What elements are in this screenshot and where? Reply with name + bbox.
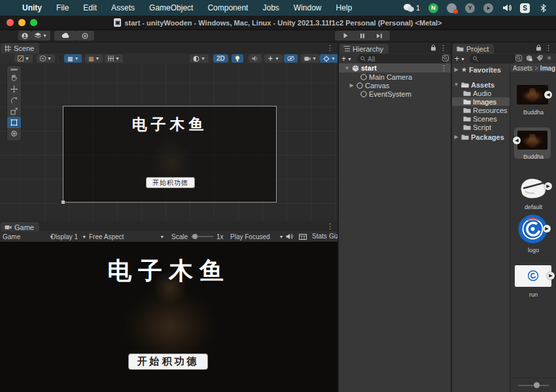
menu-unity[interactable]: Unity <box>22 3 42 12</box>
project-favorites-filter-icon[interactable]: ★ <box>546 54 552 61</box>
folder-audio[interactable]: Audio <box>452 89 510 97</box>
gizmos-dropdown[interactable]: ▼ <box>320 54 339 63</box>
asset-preview-badge[interactable]: ▶ <box>544 182 552 190</box>
hierarchy-create-dropdown[interactable]: +▼ <box>341 54 352 63</box>
ui-canvas-outline[interactable]: 电子木鱼 开始积功德 <box>63 106 277 203</box>
grid-visibility-dropdown[interactable]: ▦▼ <box>85 54 103 63</box>
game-display-popup[interactable]: Game▼ <box>3 231 54 242</box>
breadcrumb-images[interactable]: Imag <box>540 65 555 72</box>
rotate-tool[interactable] <box>7 95 21 106</box>
transform-tool[interactable] <box>7 128 21 139</box>
menu-help[interactable]: Help <box>336 3 353 12</box>
cloud-button[interactable] <box>54 31 77 41</box>
2d-mode-toggle[interactable]: 2D <box>213 54 228 63</box>
asset-label-default[interactable]: default <box>510 204 556 210</box>
project-menu-kebab[interactable]: ⋮ <box>545 44 552 52</box>
hierarchy-scene-row[interactable]: ▼ start ⋮ <box>339 63 451 73</box>
folder-script[interactable]: Script <box>452 123 510 131</box>
game-start-button[interactable]: 开始积功德 <box>128 353 208 370</box>
assets-root-row[interactable]: ▼ Assets <box>452 80 510 89</box>
scene-menu-kebab[interactable]: ⋮ <box>326 44 334 52</box>
scene-row-kebab[interactable]: ⋮ <box>440 64 447 73</box>
asset-thumb-logo[interactable]: ▶ <box>518 214 547 244</box>
menu-edit[interactable]: Edit <box>83 3 97 12</box>
hidden-objects-toggle[interactable] <box>284 54 298 63</box>
hierarchy-item-canvas[interactable]: ▶ Canvas <box>339 81 451 90</box>
thumbnail-size-slider[interactable] <box>534 382 540 388</box>
scale-slider[interactable]: Scale 1x <box>171 231 224 242</box>
game-viewport[interactable]: 电子木鱼 开始积功德 <box>0 242 338 392</box>
account-button[interactable] <box>18 31 31 41</box>
asset-label-logo[interactable]: logo <box>510 247 556 253</box>
menu-file[interactable]: File <box>56 3 69 12</box>
tab-hierarchy[interactable]: Hierarchy <box>339 44 389 54</box>
folder-scenes[interactable]: Scenes <box>452 114 510 123</box>
packages-row[interactable]: ▶ Packages <box>452 133 510 141</box>
game-audio-toggle[interactable] <box>286 233 293 240</box>
pivot-rotation-dropdown[interactable]: ▼ <box>37 54 55 63</box>
folder-images-selected[interactable]: Images <box>452 97 510 106</box>
project-search-input[interactable] <box>470 54 517 63</box>
bluetooth-status-icon[interactable] <box>538 3 548 13</box>
lighting-toggle[interactable] <box>232 54 243 63</box>
volume-status-icon[interactable] <box>502 3 512 13</box>
project-package-filter-icon[interactable] <box>526 55 532 61</box>
layers-dropdown[interactable]: ▼ <box>31 31 50 41</box>
project-lock-icon[interactable] <box>536 44 542 51</box>
game-menu-kebab[interactable]: ⋮ <box>326 222 334 231</box>
camera-settings-dropdown[interactable]: ▼ <box>301 54 320 63</box>
asset-thumb-run[interactable]: ▶ <box>515 265 551 287</box>
grid-snapping-toggle[interactable]: ▦▼ <box>64 54 82 63</box>
play-circle-status-icon[interactable] <box>483 3 493 13</box>
notification-red-dot-icon[interactable] <box>447 3 457 13</box>
display-1-dropdown[interactable]: Display 1▼ <box>51 231 86 242</box>
move-tool[interactable] <box>7 84 21 95</box>
breadcrumb-assets[interactable]: Assets <box>513 65 532 72</box>
draw-mode-dropdown[interactable]: ▼ <box>190 54 209 63</box>
project-create-dropdown[interactable]: +▼ <box>455 54 465 63</box>
chat-status-icon[interactable]: 1 <box>404 4 420 12</box>
project-search-type-icon[interactable] <box>515 55 522 61</box>
snap-increment-dropdown[interactable]: ▼ <box>105 54 123 63</box>
canvas-resize-handle[interactable] <box>61 201 65 204</box>
scale-slider-thumb[interactable] <box>192 234 198 239</box>
play-focused-dropdown[interactable]: Play Focused▼ <box>230 231 284 242</box>
menu-jobs[interactable]: Jobs <box>262 3 279 12</box>
hierarchy-item-main-camera[interactable]: Main Camera <box>339 73 451 81</box>
target-button[interactable] <box>76 31 94 41</box>
asset-thumb-buddha-2-selected[interactable]: ◀ <box>517 131 547 150</box>
stats-toggle[interactable]: Stats <box>312 233 327 240</box>
asset-preview-badge[interactable]: ▶ <box>543 225 551 233</box>
asset-preview-badge[interactable]: ▶ <box>547 272 555 280</box>
hierarchy-item-eventsystem[interactable]: EventSystem <box>339 90 451 98</box>
project-label-filter-icon[interactable] <box>536 55 543 61</box>
scene-start-button[interactable]: 开始积功德 <box>146 177 195 188</box>
hierarchy-menu-kebab[interactable]: ⋮ <box>440 44 447 52</box>
asset-label-run[interactable]: run <box>510 291 556 298</box>
favorites-row[interactable]: ▶ ★ Favorites <box>452 65 510 74</box>
scale-tool[interactable] <box>7 106 21 117</box>
hierarchy-search-type-icon[interactable] <box>442 55 449 61</box>
menu-window[interactable]: Window <box>294 3 322 12</box>
wheel-status-icon[interactable]: Y <box>465 3 475 13</box>
tab-scene[interactable]: Scene <box>1 43 39 54</box>
asset-label-buddha-2[interactable]: Buddha <box>510 154 556 160</box>
hierarchy-lock-icon[interactable] <box>430 44 436 51</box>
audio-toggle[interactable] <box>249 54 262 63</box>
rect-tool-selected[interactable] <box>7 117 21 128</box>
scene-viewport[interactable]: 电子木鱼 开始积功德 <box>0 64 338 221</box>
hierarchy-search-input[interactable]: All <box>357 54 447 63</box>
menu-component[interactable]: Component <box>207 3 248 12</box>
asset-preview-badge[interactable]: ◀ <box>544 91 552 99</box>
vsync-toggle[interactable] <box>299 234 307 240</box>
toolstrip-grip[interactable] <box>10 69 18 71</box>
asset-label-buddha-1[interactable]: Buddha <box>510 109 556 116</box>
s-app-status-icon[interactable]: S <box>520 3 530 13</box>
asset-thumb-default[interactable]: ▶ <box>517 171 549 201</box>
project-breadcrumb[interactable]: Assets > Imag <box>510 63 556 73</box>
asset-thumb-buddha-1[interactable]: ◀ <box>517 85 548 105</box>
tab-project[interactable]: Project <box>453 44 494 54</box>
aspect-dropdown[interactable]: Free Aspect▼ <box>89 231 164 242</box>
view-hand-tool[interactable] <box>7 73 21 84</box>
menu-assets[interactable]: Assets <box>111 3 135 12</box>
